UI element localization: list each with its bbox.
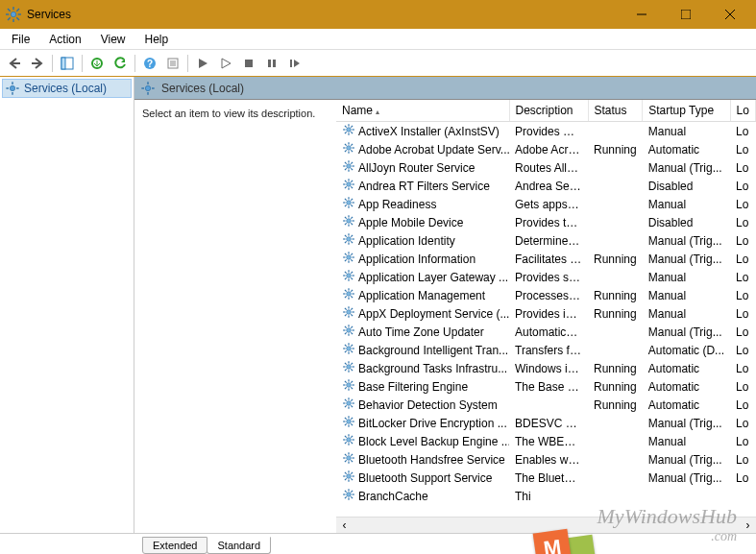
service-icon (342, 415, 355, 431)
svg-point-92 (347, 237, 352, 242)
svg-line-124 (345, 290, 347, 292)
sidebar: Services (Local) (0, 77, 134, 533)
svg-point-101 (347, 255, 352, 260)
help-button[interactable]: ? (139, 53, 160, 74)
maximize-button[interactable] (664, 0, 708, 29)
table-row[interactable]: Auto Time Zone UpdaterAutomatica...Manua… (336, 323, 756, 341)
table-row[interactable]: ActiveX Installer (AxInstSV)Provides Us.… (336, 122, 756, 141)
column-header-name[interactable]: Name ▴ (336, 100, 509, 122)
svg-line-71 (351, 186, 353, 188)
tab-standard[interactable]: Standard (207, 537, 271, 554)
service-logon: Lo (730, 450, 755, 469)
table-row[interactable]: Application Layer Gateway ...Provides su… (336, 268, 756, 286)
table-row[interactable]: BitLocker Drive Encryption ...BDESVC hos… (336, 414, 756, 432)
table-row[interactable]: Background Intelligent Tran...Transfers … (336, 341, 756, 359)
refresh-button[interactable] (110, 53, 131, 74)
table-row[interactable]: Application IdentityDetermines ...Manual… (336, 231, 756, 250)
table-row[interactable]: Adobe Acrobat Update Serv...Adobe Acro..… (336, 140, 756, 158)
export-button[interactable] (86, 53, 108, 74)
table-row[interactable]: Application ManagementProcesses in...Run… (336, 286, 756, 304)
sidebar-item-services-local[interactable]: Services (Local) (2, 79, 132, 98)
table-row[interactable]: Application InformationFacilitates t...R… (336, 250, 756, 268)
properties-button[interactable] (162, 53, 183, 74)
service-startup: Manual (643, 304, 730, 323)
start-service-alt-button[interactable] (215, 53, 236, 74)
services-list-pane: Name ▴ Description Status Startup Type L… (336, 100, 756, 533)
scroll-left-button[interactable]: ‹ (336, 518, 353, 534)
service-description: Adobe Acro... (509, 140, 588, 158)
svg-line-143 (351, 332, 353, 334)
scroll-track[interactable] (353, 518, 740, 534)
table-row[interactable]: Block Level Backup Engine ...The WBENG..… (336, 432, 756, 450)
table-row[interactable]: Andrea RT Filters ServiceAndrea Serv...D… (336, 177, 756, 195)
back-button[interactable] (4, 53, 25, 74)
column-header-logon[interactable]: Lo (730, 100, 755, 122)
column-header-description[interactable]: Description (509, 100, 588, 122)
table-row[interactable]: AllJoyn Router ServiceRoutes AllJo...Man… (336, 158, 756, 177)
menu-action[interactable]: Action (41, 31, 88, 48)
service-description: Provides Us... (509, 122, 588, 141)
table-row[interactable]: BranchCacheThi (336, 487, 756, 505)
table-row[interactable]: Background Tasks Infrastru...Windows in.… (336, 359, 756, 377)
service-icon (342, 324, 355, 340)
service-logon: Lo (730, 177, 755, 195)
table-row[interactable]: Bluetooth Support ServiceThe Bluetoo...M… (336, 469, 756, 487)
description-pane: Select an item to view its description. (134, 100, 336, 533)
service-logon: Lo (730, 414, 755, 432)
table-row[interactable]: AppX Deployment Service (...Provides inf… (336, 304, 756, 323)
service-description: Automatica... (509, 323, 588, 341)
forward-button[interactable] (27, 53, 48, 74)
horizontal-scrollbar[interactable]: ‹ › (336, 517, 756, 533)
menu-bar: File Action View Help (0, 29, 756, 50)
service-description: Windows in... (509, 359, 588, 377)
service-description: Determines ... (509, 231, 588, 250)
svg-line-197 (351, 442, 353, 444)
svg-line-188 (351, 423, 353, 425)
service-name: Application Identity (358, 234, 455, 248)
svg-line-136 (345, 314, 347, 316)
menu-help[interactable]: Help (137, 31, 177, 48)
svg-line-7 (16, 9, 19, 12)
column-header-startup[interactable]: Startup Type (643, 100, 730, 122)
table-row[interactable]: Apple Mobile DeviceProvides th...Disable… (336, 213, 756, 231)
svg-line-107 (351, 259, 353, 261)
sort-asc-icon: ▴ (376, 108, 379, 116)
service-startup: Manual (643, 122, 730, 141)
minimize-button[interactable] (620, 0, 664, 29)
svg-line-88 (345, 217, 347, 219)
table-row[interactable]: Behavior Detection SystemRunningAutomati… (336, 396, 756, 414)
service-name: Andrea RT Filters Service (358, 180, 490, 193)
svg-line-145 (345, 332, 347, 334)
stop-service-button[interactable] (238, 53, 259, 74)
close-button[interactable] (708, 0, 752, 29)
restart-service-button[interactable] (284, 53, 305, 74)
svg-line-225 (351, 491, 353, 493)
pause-service-button[interactable] (261, 53, 282, 74)
show-hide-tree-button[interactable] (57, 53, 78, 74)
service-name: App Readiness (358, 198, 436, 211)
service-startup: Manual (Trig... (643, 469, 730, 487)
service-description (509, 396, 588, 414)
description-text: Select an item to view its description. (142, 108, 315, 119)
svg-line-72 (351, 181, 353, 182)
menu-view[interactable]: View (93, 31, 134, 48)
svg-line-196 (345, 436, 347, 438)
svg-point-74 (347, 201, 352, 205)
table-row[interactable]: App ReadinessGets apps re...ManualLo (336, 195, 756, 213)
svg-line-64 (345, 168, 347, 170)
svg-line-5 (8, 9, 11, 12)
table-row[interactable]: Bluetooth Handsfree ServiceEnables wir..… (336, 450, 756, 469)
scroll-right-button[interactable]: › (740, 518, 756, 534)
column-header-status[interactable]: Status (588, 100, 643, 122)
service-logon: Lo (730, 250, 755, 268)
service-startup: Automatic (643, 377, 730, 396)
svg-line-61 (345, 162, 347, 164)
svg-line-55 (345, 150, 347, 152)
start-service-button[interactable] (192, 53, 213, 74)
table-row[interactable]: Base Filtering EngineThe Base Fil...Runn… (336, 377, 756, 396)
service-status (588, 414, 643, 432)
svg-line-81 (351, 199, 353, 201)
tab-extended[interactable]: Extended (142, 537, 207, 554)
menu-file[interactable]: File (4, 31, 37, 48)
svg-text:?: ? (147, 59, 153, 69)
